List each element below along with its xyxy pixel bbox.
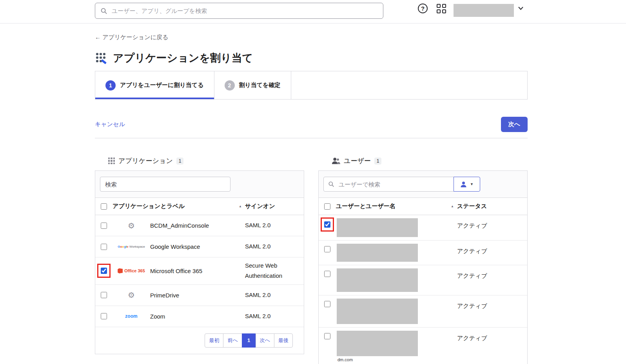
applications-table: アプリケーションとラベル ▲ サインオン ⚙BCDM_AdminConsoleS… — [95, 170, 304, 354]
users-count-badge: 1 — [374, 158, 382, 165]
step-2-tab[interactable]: 2 割り当てを確定 — [214, 71, 291, 99]
applications-panel-header: アプリケーション 1 — [108, 156, 304, 165]
sort-asc-icon[interactable]: ▲ — [451, 205, 454, 208]
applications-table-header: アプリケーションとラベル ▲ サインオン — [95, 198, 304, 215]
app-row-checkbox[interactable] — [101, 244, 107, 250]
step-2-label: 割り当てを確定 — [239, 81, 281, 89]
user-type-filter-button[interactable]: ▼ — [454, 177, 480, 192]
wizard-actions: キャンセル 次へ — [95, 117, 528, 132]
app-checkbox-cell — [95, 244, 112, 250]
users-toolbar: ▼ — [319, 171, 527, 198]
user-name-cell: dm.com — [336, 331, 457, 362]
user-name-cell — [336, 244, 457, 262]
app-launcher-icon[interactable] — [437, 4, 446, 13]
account-name-redacted[interactable] — [454, 4, 514, 17]
app-row-checkbox[interactable] — [101, 313, 107, 319]
applications-pagination: 最初前へ1次へ最後 — [95, 327, 304, 354]
user-row-checkbox[interactable] — [324, 271, 330, 277]
assign-application-icon — [95, 51, 108, 65]
app-name-label: Google Workspace — [150, 243, 245, 250]
application-search-input[interactable] — [100, 177, 230, 192]
person-icon — [460, 181, 467, 187]
user-row: dm.comアクティブ — [319, 328, 527, 364]
applications-icon — [108, 158, 115, 164]
dropdown-caret-icon: ▼ — [470, 182, 474, 186]
app-name-label: BCDM_AdminConsole — [150, 222, 245, 229]
users-panel-header: ユーザー 1 — [332, 156, 528, 165]
applications-toolbar — [95, 171, 304, 198]
chevron-down-icon[interactable] — [518, 7, 523, 10]
main-content: ← アプリケーションに戻る アプリケーションを割り当て 1 アプリをユーザーに割… — [95, 24, 528, 364]
user-row: アクティブ — [319, 295, 527, 328]
app-row-checkbox[interactable] — [101, 292, 107, 298]
apps-name-column-header[interactable]: アプリケーションとラベル — [112, 203, 185, 210]
redacted-user-name — [337, 268, 418, 292]
users-status-column-header: ステータス — [457, 203, 527, 210]
pagination-last-button[interactable]: 最後 — [274, 333, 293, 348]
gear-icon: ⚙ — [112, 291, 150, 299]
global-search-input[interactable] — [111, 7, 378, 14]
user-row-checkbox[interactable] — [324, 333, 330, 339]
user-search-input[interactable] — [338, 181, 449, 188]
app-checkbox-cell — [95, 292, 112, 298]
wizard-steps: 1 アプリをユーザーに割り当てる 2 割り当てを確定 — [95, 71, 528, 100]
applications-rows: ⚙BCDM_AdminConsoleSAML 2.0Google Workspa… — [95, 215, 304, 327]
pagination-prev-button[interactable]: 前へ — [223, 333, 242, 348]
user-search[interactable] — [323, 177, 454, 192]
select-all-users-checkbox[interactable] — [324, 203, 330, 210]
user-checkbox-cell — [319, 218, 336, 228]
global-search[interactable] — [95, 3, 383, 19]
app-checkbox-cell — [95, 313, 112, 319]
page-title: アプリケーションを割り当て — [113, 51, 253, 65]
pagination-page-button[interactable]: 1 — [242, 333, 256, 348]
user-row: アクティブ — [319, 215, 527, 241]
pagination-next-button[interactable]: 次へ — [256, 333, 274, 348]
app-name-label: Zoom — [150, 313, 245, 320]
app-signon-label: SAML 2.0 — [245, 238, 304, 255]
users-name-column-header[interactable]: ユーザーとユーザー名 — [336, 203, 396, 210]
user-status-label: アクティブ — [457, 268, 527, 280]
search-icon — [328, 181, 334, 187]
redacted-user-name — [337, 331, 418, 356]
redacted-user-name — [337, 244, 418, 262]
google-workspace-logo: Google Workspace — [112, 245, 150, 248]
pagination-first-button[interactable]: 最初 — [205, 333, 223, 348]
applications-count-badge: 1 — [176, 158, 184, 165]
sort-asc-icon[interactable]: ▲ — [239, 205, 242, 208]
user-row-checkbox[interactable] — [324, 246, 330, 252]
cancel-link[interactable]: キャンセル — [95, 121, 125, 128]
steps-filler — [291, 71, 527, 99]
app-checkbox-cell — [95, 267, 112, 275]
help-icon[interactable]: ? — [418, 4, 428, 13]
users-table: ▼ ユーザーとユーザー名 ▲ ステータス アクティブアクティブアクティブアクティ… — [318, 170, 528, 364]
red-highlight-box — [97, 264, 111, 278]
user-checkbox-cell — [319, 244, 336, 252]
step-1-tab[interactable]: 1 アプリをユーザーに割り当てる — [95, 71, 214, 99]
users-panel: ユーザー 1 — [318, 156, 528, 364]
user-status-label: アクティブ — [457, 299, 527, 310]
applications-title: アプリケーション — [118, 156, 173, 165]
app-name-label: Microsoft Office 365 — [150, 268, 245, 274]
panels: アプリケーション 1 アプリケーションとラベル ▲ サインオン ⚙BCDM_Ad… — [95, 156, 528, 364]
app-row-checkbox[interactable] — [101, 268, 107, 274]
user-status-label: アクティブ — [457, 218, 527, 230]
search-icon — [100, 7, 107, 14]
application-row: ⚙BCDM_AdminConsoleSAML 2.0 — [95, 215, 304, 236]
user-row-checkbox[interactable] — [324, 221, 330, 228]
user-row-checkbox[interactable] — [324, 301, 330, 307]
user-checkbox-cell — [319, 331, 336, 339]
step-1-number: 1 — [105, 80, 116, 91]
back-to-applications-link[interactable]: ← アプリケーションに戻る — [95, 34, 168, 41]
applications-panel: アプリケーション 1 アプリケーションとラベル ▲ サインオン ⚙BCDM_Ad… — [95, 156, 304, 364]
app-signon-label: Secure Web Authentication — [245, 257, 304, 284]
app-name-label: PrimeDrive — [150, 292, 245, 299]
application-row: Office 365Microsoft Office 365Secure Web… — [95, 257, 304, 285]
app-row-checkbox[interactable] — [101, 223, 107, 229]
next-button[interactable]: 次へ — [501, 117, 528, 132]
user-name-cell — [336, 268, 457, 292]
partial-username-text: dm.com — [337, 357, 457, 362]
user-checkbox-cell — [319, 299, 336, 307]
office365-logo: Office 365 — [112, 268, 150, 273]
select-all-apps-checkbox[interactable] — [101, 203, 107, 210]
apps-signon-column-header: サインオン — [245, 203, 304, 210]
